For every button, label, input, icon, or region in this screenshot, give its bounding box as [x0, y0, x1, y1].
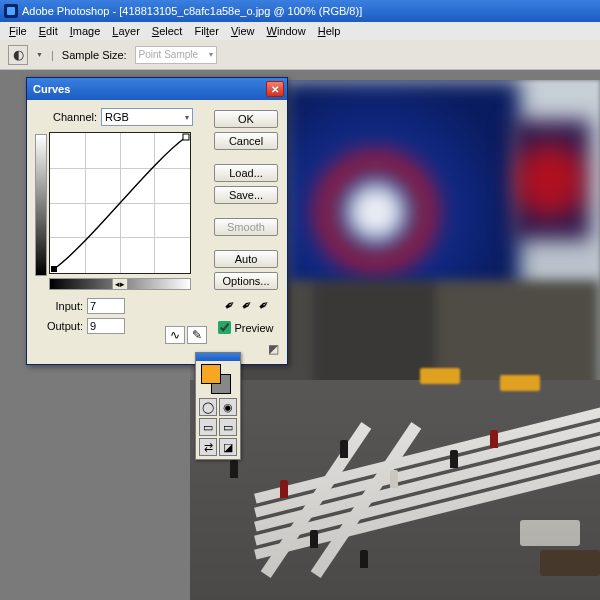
close-button[interactable]: ✕	[266, 81, 284, 97]
menu-layer[interactable]: Layer	[107, 24, 145, 38]
curves-grid[interactable]	[49, 132, 191, 274]
channel-select[interactable]: RGB ▾	[101, 108, 193, 126]
gray-eyedropper-icon[interactable]: ✒	[237, 296, 255, 315]
menu-select[interactable]: Select	[147, 24, 188, 38]
sample-size-label: Sample Size:	[62, 49, 127, 61]
horizontal-gradient[interactable]	[49, 278, 191, 290]
menu-filter[interactable]: Filter	[189, 24, 223, 38]
options-bar: ▼ | Sample Size: Point Sample ▾	[0, 40, 600, 70]
black-eyedropper-icon[interactable]: ✒	[220, 296, 238, 315]
options-button[interactable]: Options...	[214, 272, 278, 290]
screen-full-menu-icon[interactable]: ▭	[219, 418, 237, 436]
tool-dropdown-icon[interactable]: ▼	[36, 51, 43, 58]
window-titlebar: Adobe Photoshop - [418813105_c8afc1a58e_…	[0, 0, 600, 22]
menu-help[interactable]: Help	[313, 24, 346, 38]
save-button[interactable]: Save...	[214, 186, 278, 204]
menu-window[interactable]: Window	[262, 24, 311, 38]
menubar: File Edit Image Layer Select Filter View…	[0, 22, 600, 40]
sample-size-value: Point Sample	[139, 49, 198, 60]
toolbox-titlebar[interactable]	[196, 353, 240, 361]
load-button[interactable]: Load...	[214, 164, 278, 182]
menu-image[interactable]: Image	[65, 24, 106, 38]
input-label: Input:	[35, 300, 83, 312]
cancel-button[interactable]: Cancel	[214, 132, 278, 150]
preview-checkbox[interactable]	[218, 321, 231, 334]
screen-standard-icon[interactable]: ▭	[199, 418, 217, 436]
dialog-titlebar[interactable]: Curves ✕	[27, 78, 287, 100]
chevron-down-icon: ▾	[209, 50, 213, 59]
menu-view[interactable]: View	[226, 24, 260, 38]
color-swatches[interactable]	[199, 364, 237, 396]
input-field[interactable]	[87, 298, 125, 314]
auto-button[interactable]: Auto	[214, 250, 278, 268]
curves-dialog: Curves ✕ Channel: RGB ▾	[26, 77, 288, 365]
mode-quickmask-icon[interactable]: ◉	[219, 398, 237, 416]
curve-point-tool[interactable]: ∿	[165, 326, 185, 344]
resize-grip-icon[interactable]: ◩	[268, 342, 279, 356]
foreground-swatch[interactable]	[201, 364, 221, 384]
eyedropper-tool-icon[interactable]	[8, 45, 28, 65]
svg-rect-1	[183, 134, 189, 140]
jump-to-imageready-icon[interactable]: ⇄	[199, 438, 217, 456]
divider: |	[51, 49, 54, 61]
output-field[interactable]	[87, 318, 125, 334]
menu-file[interactable]: File	[4, 24, 32, 38]
app-icon	[4, 4, 18, 18]
dialog-title: Curves	[33, 83, 70, 95]
sample-size-select[interactable]: Point Sample ▾	[135, 46, 217, 64]
window-title: Adobe Photoshop - [418813105_c8afc1a58e_…	[22, 5, 362, 17]
smooth-button: Smooth	[214, 218, 278, 236]
output-label: Output:	[35, 320, 83, 332]
mini-toolbox[interactable]: ◯ ◉ ▭ ▭ ⇄ ◪	[195, 352, 241, 460]
menu-edit[interactable]: Edit	[34, 24, 63, 38]
extra-tool-icon[interactable]: ◪	[219, 438, 237, 456]
vertical-gradient	[35, 134, 47, 276]
white-eyedropper-icon[interactable]: ✒	[254, 296, 272, 315]
channel-label: Channel:	[53, 111, 97, 123]
channel-value: RGB	[105, 111, 129, 123]
svg-rect-0	[51, 266, 57, 272]
mode-standard-icon[interactable]: ◯	[199, 398, 217, 416]
ok-button[interactable]: OK	[214, 110, 278, 128]
chevron-down-icon: ▾	[185, 113, 189, 122]
curve-pencil-tool[interactable]: ✎	[187, 326, 207, 344]
preview-label: Preview	[234, 322, 273, 334]
